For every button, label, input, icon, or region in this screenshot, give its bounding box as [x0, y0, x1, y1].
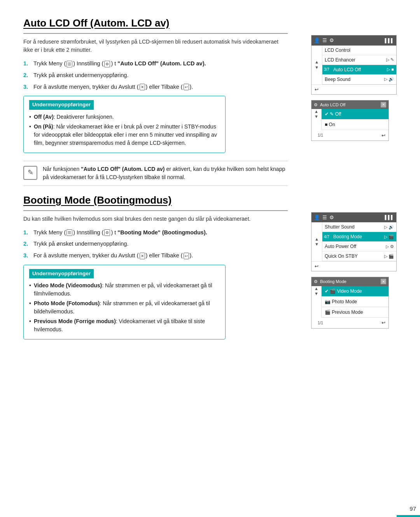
step2-1-bold: "Booting Mode" (Bootingmodus).: [117, 229, 207, 236]
lcd-subpanel1-section1: ⚙ Auto LCD Off ✕ ▲ ▼ ✔ ✎ Off ■ On: [311, 100, 389, 141]
lcd-val: ▷ ■: [385, 65, 396, 74]
gear-icon: ⚙: [329, 37, 334, 44]
lcd-body2: ▲ ▼ Shutter Sound ▷ 🔊 4/7 Booting Mode ▷…: [312, 222, 396, 261]
panels-section1: 👤 ☰ ⚙ ▌▌▌ ▲ ▼ LCD Control: [311, 35, 397, 141]
down-arrow: ▼: [315, 242, 319, 247]
subpanel-nav1: ▲ ▼: [312, 109, 322, 130]
step2: 2. Trykk på ønsket undermenyoppføring.: [23, 71, 288, 80]
lcd-label: Shutter Sound: [322, 222, 382, 232]
option-on: ■ On: [322, 120, 388, 130]
lcd-row-quick-on-stby: Quick On STBY ▷ 🎬: [322, 251, 396, 261]
section-auto-lcd-off: Auto LCD Off (Autom. LCD av) For å redus…: [23, 16, 397, 153]
step2-1-num: 1.: [23, 229, 32, 237]
step3-text: For å avslutte menyen, trykker du Avslut…: [33, 83, 288, 91]
subpanel-row-on: ■ On: [322, 120, 388, 130]
section2-submenu-list: Video Mode (Videomodus): Når strømmen er…: [29, 281, 220, 334]
lcd-label: Auto LCD Off: [331, 65, 385, 74]
section1-submenu-list: Off (Av): Deaktiverer funksjonen. On (På…: [29, 113, 220, 147]
person-icon: 👤: [314, 37, 320, 44]
subpanel-row-video-mode: ✔ 🎬 Video Mode: [322, 286, 388, 297]
x-icon: ✕: [140, 253, 145, 259]
step2-2-text: Trykk på ønsket undermenyoppføring.: [33, 240, 288, 248]
item1-label: Video Mode (Videomodus): [34, 282, 102, 288]
section1-submenu-title: Undermenyoppføringer: [29, 100, 94, 109]
lcd-label: Booting Mode: [331, 232, 382, 241]
step1: 1. Trykk Meny (☰) Innstilling (⚙) t "Aut…: [23, 60, 288, 68]
subpanel-rows2: ✔ 🎬 Video Mode 📷 Photo Mode 🎬 Previous M…: [322, 286, 388, 318]
page-indicator: 1/1: [315, 319, 326, 327]
list-item: Video Mode (Videomodus): Når strømmen er…: [29, 281, 220, 298]
section2-intro: Du kan stille hvilken hvilemodus som ska…: [23, 215, 288, 223]
battery-icon: ▌▌▌: [385, 214, 394, 221]
step3-num: 3.: [23, 83, 32, 91]
subpanel-body1: ▲ ▼ ✔ ✎ Off ■ On: [312, 109, 388, 130]
step2-2: 2. Trykk på ønsket undermenyoppføring.: [23, 240, 288, 248]
lcd-row-auto-power-off: Auto Power Off ▷ ⚙: [322, 242, 396, 251]
subpanel-label: Auto LCD Off: [318, 102, 381, 108]
list-item: Photo Mode (Fotomodus): Når strømmen er …: [29, 299, 220, 316]
section1-submenu-box: Undermenyoppføringer Off (Av): Deaktiver…: [23, 96, 226, 153]
step2-text: Trykk på ønsket undermenyoppføring.: [33, 71, 288, 80]
check-icon: ✔: [325, 111, 329, 117]
lcd-val: ▷ 🔊: [382, 75, 396, 84]
lcd-row-booting-mode: 4/7 Booting Mode ▷ 🎬: [322, 232, 396, 242]
section2-submenu-box: Undermenyoppføringer Video Mode (Videomo…: [23, 265, 226, 339]
lcd-back2: ↩: [312, 261, 396, 271]
menu-icon: ☰: [66, 61, 72, 67]
back-icon: ↩: [315, 86, 318, 93]
step1-bold: "Auto LCD Off" (Autom. LCD av).: [117, 60, 206, 67]
item2-label: On (På): [34, 123, 53, 130]
lcd-row-beep-sound: Beep Sound ▷ 🔊: [322, 75, 396, 84]
back-icon: ↩: [315, 263, 318, 270]
menu-icon: ☰: [322, 37, 327, 44]
gear-icon: ⚙: [104, 229, 110, 236]
close-icon: ✕: [381, 102, 386, 107]
down-arrow: ▼: [314, 291, 318, 296]
page-number: 97: [410, 505, 416, 513]
back-icon: ↩: [382, 132, 385, 139]
lcd-val: ▷ ⚙: [383, 242, 396, 251]
lcd-row-lcd-enhancer: LCD Enhancer ▷ ✎: [322, 55, 396, 65]
step1-text: Trykk Meny (☰) Innstilling (⚙) t "Auto L…: [33, 60, 288, 68]
item2-label: Photo Mode (Fotomodus): [34, 300, 100, 306]
lcd-nav2: ▲ ▼: [312, 222, 322, 261]
lcd-rows2: Shutter Sound ▷ 🔊 4/7 Booting Mode ▷ 🎬 A…: [322, 222, 396, 261]
lcd-subpanel1-section2: ⚙ Booting Mode ✕ ▲ ▼ ✔ 🎬 Video Mode �: [311, 277, 389, 329]
lcd-val: ▷ ✎: [384, 55, 396, 64]
panels-section2: 👤 ☰ ⚙ ▌▌▌ ▲ ▼ Shutter Sound ▷ 🔊: [311, 212, 397, 329]
down-arrow: ▼: [314, 114, 318, 119]
lcd-page: 4/7: [322, 234, 331, 240]
lcd-label: Quick On STBY: [322, 251, 382, 261]
menu-icon: ☰: [322, 214, 327, 222]
back-icon: ↩: [184, 253, 189, 259]
lcd-subpanel-title1: ⚙ Auto LCD Off ✕: [312, 100, 388, 109]
lcd-label: LCD Control: [322, 46, 396, 55]
option-off: ✔ ✎ Off: [322, 109, 388, 119]
lcd-body1: ▲ ▼ LCD Control LCD Enhancer ▷ ✎ 3/7 Aut…: [312, 46, 396, 84]
lcd-panel1-section1: 👤 ☰ ⚙ ▌▌▌ ▲ ▼ LCD Control: [311, 35, 397, 95]
subpanel-row-photo-mode: 📷 Photo Mode: [322, 297, 388, 307]
subpanel-footer2: 1/1 ↩: [312, 318, 388, 328]
gear-icon: ⚙: [314, 278, 318, 285]
lcd-val: ▷ 🎬: [382, 232, 396, 241]
section1-intro: For å redusere strømforbruket, vil lysst…: [23, 38, 288, 54]
section1-title: Auto LCD Off (Autom. LCD av): [23, 16, 288, 34]
subpanel-rows1: ✔ ✎ Off ■ On: [322, 109, 388, 130]
step2-2-num: 2.: [23, 240, 32, 248]
lcd-label: Beep Sound: [322, 75, 382, 84]
note-icon: ✎: [23, 166, 37, 180]
up-arrow: ▲: [315, 60, 319, 65]
back-icon: ↩: [382, 319, 385, 326]
section2-title: Booting Mode (Bootingmodus): [23, 193, 288, 211]
subpanel-row-off: ✔ ✎ Off: [322, 109, 388, 120]
lcd-label: LCD Enhancer: [322, 55, 384, 65]
lcd-row-shutter-sound: Shutter Sound ▷ 🔊: [322, 222, 396, 232]
lcd-label: Auto Power Off: [322, 242, 383, 251]
page-num-bar: [397, 515, 420, 517]
list-item: Off (Av): Deaktiverer funksjonen.: [29, 113, 220, 121]
lcd-topbar1: 👤 ☰ ⚙ ▌▌▌: [312, 35, 396, 46]
lcd-rows1: LCD Control LCD Enhancer ▷ ✎ 3/7 Auto LC…: [322, 46, 396, 84]
menu-icon: ☰: [66, 229, 72, 236]
lcd-val: ▷ 🎬: [382, 252, 396, 261]
section2-submenu-title: Undermenyoppføringer: [29, 269, 94, 278]
